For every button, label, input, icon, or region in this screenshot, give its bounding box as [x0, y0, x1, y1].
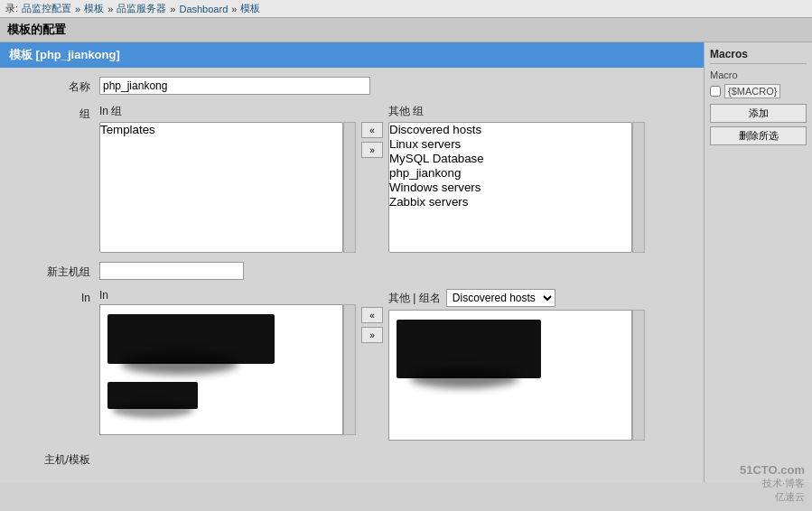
delete-selected-button[interactable]: 删除所选: [710, 126, 807, 145]
list-item[interactable]: MySQL Database: [389, 152, 631, 166]
in-hosts-scrollbar[interactable]: [343, 304, 356, 435]
watermark-line2: 技术·博客: [740, 477, 805, 490]
breadcrumb-link-2[interactable]: 模板: [84, 2, 104, 15]
other-group-header: 其他 组: [388, 104, 645, 119]
add-macro-button[interactable]: 添加: [710, 104, 807, 123]
list-item[interactable]: Linux servers: [389, 137, 631, 152]
macro-value: {$MACRO}: [724, 84, 780, 98]
other-hosts-list[interactable]: [388, 310, 632, 441]
transfer-right-button[interactable]: »: [361, 142, 383, 158]
macro-checkbox[interactable]: [710, 86, 721, 97]
macros-sidebar: Macros Macro {$MACRO} 添加 删除所选 51CTO.com …: [704, 42, 812, 482]
breadcrumb-link-1[interactable]: 品监控配置: [22, 2, 71, 15]
template-header: 模板 [php_jiankong]: [0, 42, 704, 68]
macro-column-header: Macro: [710, 70, 807, 80]
in-hosts-header: In: [99, 289, 356, 302]
list-item[interactable]: Templates: [100, 123, 342, 137]
list-item[interactable]: Discovered hosts: [389, 123, 631, 137]
group-label: 组: [0, 104, 99, 122]
name-label: 名称: [0, 77, 99, 95]
transfer-left-button[interactable]: «: [361, 122, 383, 138]
other-group-scrollbar[interactable]: [632, 122, 645, 253]
breadcrumb-prefix: 录:: [5, 2, 18, 15]
other-hosts-label: 其他 | 组名: [388, 291, 441, 306]
list-item[interactable]: php_jiankong: [389, 166, 631, 181]
breadcrumb: 录: 品监控配置 » 模板 » 品监服务器 » Dashboard » 模板: [0, 0, 812, 18]
name-input[interactable]: [99, 77, 370, 95]
in-hosts-list[interactable]: [99, 304, 343, 435]
in-group-header: In 组: [99, 104, 356, 119]
new-hostgroup-label: 新主机组: [0, 262, 99, 280]
list-item[interactable]: Windows servers: [389, 181, 631, 195]
host-template-label: 主机/模板: [0, 450, 99, 468]
watermark-line1: 51CTO.com: [740, 463, 805, 477]
in-group-scrollbar[interactable]: [343, 122, 356, 253]
macros-title: Macros: [710, 48, 807, 64]
new-hostgroup-input[interactable]: [99, 262, 244, 280]
watermark-line3: 亿速云: [740, 490, 805, 504]
breadcrumb-link-3[interactable]: 品监服务器: [117, 2, 166, 15]
other-hosts-scrollbar[interactable]: [632, 310, 645, 441]
discovered-hosts-select[interactable]: Discovered hosts Linux servers MySQL Dat…: [446, 289, 555, 307]
breadcrumb-link-4[interactable]: Dashboard: [179, 4, 228, 14]
other-group-list[interactable]: Discovered hosts Linux servers MySQL Dat…: [388, 122, 632, 253]
hosts-transfer-left-button[interactable]: «: [361, 307, 383, 323]
hosts-transfer-right-button[interactable]: »: [361, 327, 383, 343]
in-hosts-label: In: [0, 289, 99, 304]
breadcrumb-link-5[interactable]: 模板: [240, 2, 260, 15]
page-title: 模板的配置: [0, 18, 812, 42]
list-item[interactable]: Zabbix servers: [389, 195, 631, 209]
in-group-list[interactable]: Templates: [99, 122, 343, 253]
